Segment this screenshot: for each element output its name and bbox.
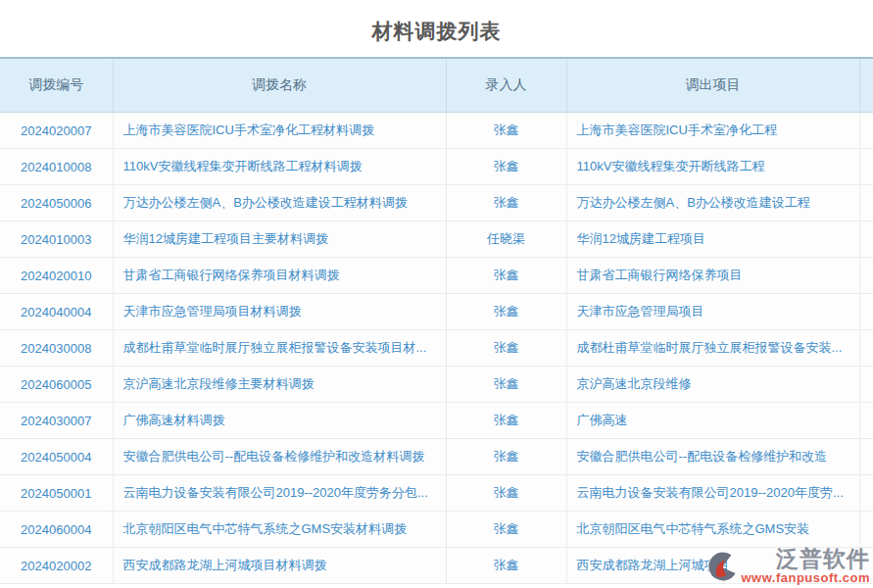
cell-entered-by[interactable]: 任晓渠	[446, 221, 566, 258]
table-row: 2024050001 云南电力设备安装有限公司2019--2020年度劳务分包.…	[0, 475, 873, 512]
cell-transfer-name[interactable]: 京沪高速北京段维修主要材料调拨	[113, 367, 446, 403]
cell-transfer-id[interactable]: 2024020002	[0, 548, 113, 584]
cell-extra	[859, 548, 873, 584]
cell-entered-by[interactable]: 张鑫	[446, 185, 566, 221]
cell-transfer-name[interactable]: 甘肃省工商银行网络保养项目材料调拨	[113, 258, 446, 294]
col-header-extra	[859, 58, 873, 113]
cell-transfer-name[interactable]: 华润12城房建工程项目主要材料调拨	[113, 221, 446, 258]
cell-extra	[859, 330, 873, 367]
cell-out-project[interactable]: 110kV安徽线程集变开断线路工程	[566, 149, 859, 185]
cell-out-project[interactable]: 云南电力设备安装有限公司2019--2020年度劳...	[566, 475, 859, 512]
col-header-transfer-name: 调拨名称	[113, 58, 446, 113]
cell-out-project[interactable]: 万达办公楼左侧A、B办公楼改造建设工程	[566, 185, 859, 221]
header-row: 调拨编号 调拨名称 录入人 调出项目	[0, 58, 873, 113]
cell-transfer-name[interactable]: 110kV安徽线程集变开断线路工程材料调拨	[113, 149, 446, 185]
cell-out-project[interactable]: 广佛高速	[566, 403, 859, 439]
col-header-transfer-id: 调拨编号	[0, 58, 113, 113]
material-transfer-table: 调拨编号 调拨名称 录入人 调出项目 2024020007 上海市美容医院ICU…	[0, 57, 873, 584]
cell-extra	[859, 149, 873, 185]
cell-transfer-id[interactable]: 2024050004	[0, 439, 113, 475]
table-body: 2024020007 上海市美容医院ICU手术室净化工程材料调拨 张鑫 上海市美…	[0, 113, 873, 584]
cell-transfer-name[interactable]: 万达办公楼左侧A、B办公楼改造建设工程材料调拨	[113, 185, 446, 221]
cell-out-project[interactable]: 天津市应急管理局项目	[566, 294, 859, 330]
cell-transfer-id[interactable]: 2024010003	[0, 221, 113, 258]
cell-entered-by[interactable]: 张鑫	[446, 294, 566, 330]
col-header-entered-by: 录入人	[446, 58, 566, 113]
cell-transfer-id[interactable]: 2024030008	[0, 330, 113, 367]
table-row: 2024030007 广佛高速材料调拨 张鑫 广佛高速	[0, 403, 873, 439]
col-header-out-project: 调出项目	[566, 58, 859, 113]
cell-entered-by[interactable]: 张鑫	[446, 439, 566, 475]
cell-entered-by[interactable]: 张鑫	[446, 149, 566, 185]
cell-extra	[859, 367, 873, 403]
cell-entered-by[interactable]: 张鑫	[446, 475, 566, 512]
cell-entered-by[interactable]: 张鑫	[446, 512, 566, 548]
cell-entered-by[interactable]: 张鑫	[446, 367, 566, 403]
table-row: 2024020007 上海市美容医院ICU手术室净化工程材料调拨 张鑫 上海市美…	[0, 113, 873, 149]
cell-extra	[859, 512, 873, 548]
cell-entered-by[interactable]: 张鑫	[446, 330, 566, 367]
cell-transfer-id[interactable]: 2024060004	[0, 512, 113, 548]
cell-extra	[859, 439, 873, 475]
cell-extra	[859, 294, 873, 330]
table-row: 2024050004 安徽合肥供电公司--配电设备检修维护和改造材料调拨 张鑫 …	[0, 439, 873, 475]
cell-out-project[interactable]: 安徽合肥供电公司--配电设备检修维护和改造	[566, 439, 859, 475]
table-header: 调拨编号 调拨名称 录入人 调出项目	[0, 58, 873, 113]
page-title: 材料调拨列表	[0, 0, 873, 57]
cell-out-project[interactable]: 华润12城房建工程项目	[566, 221, 859, 258]
table-row: 2024010003 华润12城房建工程项目主要材料调拨 任晓渠 华润12城房建…	[0, 221, 873, 258]
table-row: 2024030008 成都杜甫草堂临时展厅独立展柜报警设备安装项目材... 张鑫…	[0, 330, 873, 367]
cell-out-project[interactable]: 北京朝阳区电气中芯特气系统之GMS安装	[566, 512, 859, 548]
cell-transfer-id[interactable]: 2024060005	[0, 367, 113, 403]
cell-out-project[interactable]: 上海市美容医院ICU手术室净化工程	[566, 113, 859, 149]
cell-entered-by[interactable]: 张鑫	[446, 258, 566, 294]
table-row: 2024060005 京沪高速北京段维修主要材料调拨 张鑫 京沪高速北京段维修	[0, 367, 873, 403]
cell-out-project[interactable]: 成都杜甫草堂临时展厅独立展柜报警设备安装...	[566, 330, 859, 367]
cell-transfer-name[interactable]: 北京朝阳区电气中芯特气系统之GMS安装材料调拨	[113, 512, 446, 548]
cell-transfer-id[interactable]: 2024030007	[0, 403, 113, 439]
table-row: 2024010008 110kV安徽线程集变开断线路工程材料调拨 张鑫 110k…	[0, 149, 873, 185]
cell-transfer-id[interactable]: 2024050006	[0, 185, 113, 221]
cell-transfer-id[interactable]: 2024040004	[0, 294, 113, 330]
cell-out-project[interactable]: 京沪高速北京段维修	[566, 367, 859, 403]
cell-transfer-id[interactable]: 2024020007	[0, 113, 113, 149]
table-row: 2024040004 天津市应急管理局项目材料调拨 张鑫 天津市应急管理局项目	[0, 294, 873, 330]
cell-transfer-id[interactable]: 2024050001	[0, 475, 113, 512]
cell-extra	[859, 403, 873, 439]
cell-transfer-name[interactable]: 天津市应急管理局项目材料调拨	[113, 294, 446, 330]
cell-transfer-name[interactable]: 西安成都路龙湖上河城项目材料调拨	[113, 548, 446, 584]
table-row: 2024050006 万达办公楼左侧A、B办公楼改造建设工程材料调拨 张鑫 万达…	[0, 185, 873, 221]
cell-entered-by[interactable]: 张鑫	[446, 548, 566, 584]
cell-transfer-name[interactable]: 成都杜甫草堂临时展厅独立展柜报警设备安装项目材...	[113, 330, 446, 367]
cell-transfer-name[interactable]: 云南电力设备安装有限公司2019--2020年度劳务分包...	[113, 475, 446, 512]
table-row: 2024020010 甘肃省工商银行网络保养项目材料调拨 张鑫 甘肃省工商银行网…	[0, 258, 873, 294]
cell-transfer-id[interactable]: 2024010008	[0, 149, 113, 185]
cell-extra	[859, 185, 873, 221]
cell-transfer-id[interactable]: 2024020010	[0, 258, 113, 294]
cell-entered-by[interactable]: 张鑫	[446, 113, 566, 149]
cell-extra	[859, 221, 873, 258]
table-row: 2024060004 北京朝阳区电气中芯特气系统之GMS安装材料调拨 张鑫 北京…	[0, 512, 873, 548]
cell-entered-by[interactable]: 张鑫	[446, 403, 566, 439]
cell-extra	[859, 113, 873, 149]
cell-transfer-name[interactable]: 上海市美容医院ICU手术室净化工程材料调拨	[113, 113, 446, 149]
table-row: 2024020002 西安成都路龙湖上河城项目材料调拨 张鑫 西安成都路龙湖上河…	[0, 548, 873, 584]
cell-extra	[859, 258, 873, 294]
cell-transfer-name[interactable]: 安徽合肥供电公司--配电设备检修维护和改造材料调拨	[113, 439, 446, 475]
cell-out-project[interactable]: 西安成都路龙湖上河城项目	[566, 548, 859, 584]
cell-transfer-name[interactable]: 广佛高速材料调拨	[113, 403, 446, 439]
cell-out-project[interactable]: 甘肃省工商银行网络保养项目	[566, 258, 859, 294]
cell-extra	[859, 475, 873, 512]
